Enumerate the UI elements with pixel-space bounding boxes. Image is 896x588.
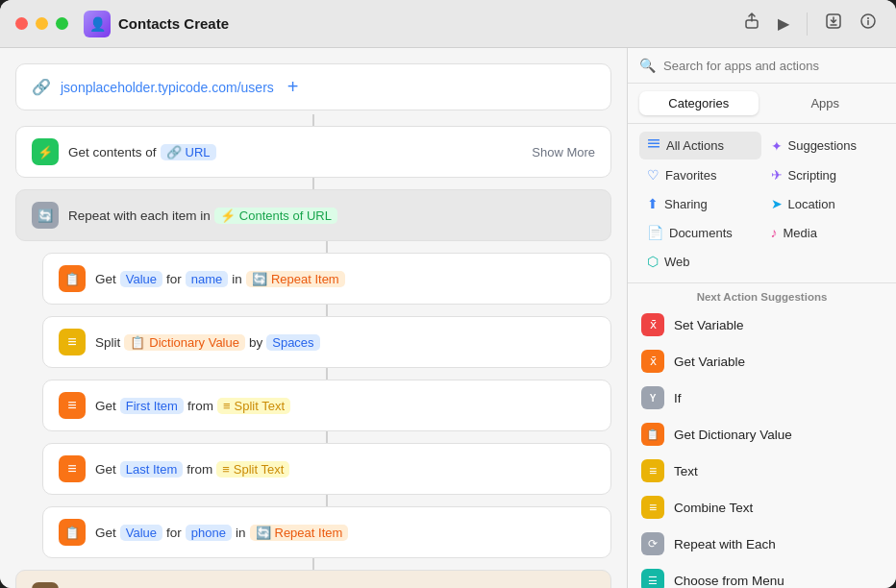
suggestion-text[interactable]: ≡ Text xyxy=(628,453,896,489)
token-dict-value: 📋 Dictionary Value xyxy=(124,334,245,351)
category-scripting[interactable]: ✈ Scripting xyxy=(763,161,885,188)
location-icon: ➤ xyxy=(771,196,783,211)
run-button[interactable]: ▶ xyxy=(774,11,793,37)
media-icon: ♪ xyxy=(771,225,778,240)
repeat-inner-steps: 📋 Get Value for name in 🔄 Repeat Item xyxy=(42,241,611,558)
step-get-value-name[interactable]: 📋 Get Value for name in 🔄 Repeat Item xyxy=(42,253,611,305)
suggestion-set-variable[interactable]: x̄ Set Variable xyxy=(628,306,896,343)
step-icon-repeat: 🔄 xyxy=(32,202,59,229)
step-add-contacts[interactable]: 👤 Add 📋 FirstName 📋 LastName to Contacts… xyxy=(15,570,611,588)
token-name: name xyxy=(186,271,229,287)
suggestions-section: Next Action Suggestions x̄ Set Variable … xyxy=(628,283,896,588)
window-title: Contacts Create xyxy=(118,15,739,32)
sharing-icon: ⬆ xyxy=(647,196,659,211)
combine-text-label: Combine Text xyxy=(674,501,753,515)
category-favorites[interactable]: ♡ Favorites xyxy=(639,161,761,188)
suggestion-if[interactable]: Y If xyxy=(628,380,896,416)
connector-4 xyxy=(326,305,328,316)
documents-icon: 📄 xyxy=(647,225,663,240)
step-get-value-phone[interactable]: 📋 Get Value for phone in 🔄 Repeat Item xyxy=(42,506,611,558)
category-sharing[interactable]: ⬆ Sharing xyxy=(639,190,761,217)
token-repeat-item-2: 🔄 Repeat Item xyxy=(250,525,349,541)
link-icon: 🔗 xyxy=(32,78,51,96)
category-suggestions[interactable]: ✦ Suggestions xyxy=(763,132,885,159)
web-icon: ⬡ xyxy=(647,254,659,269)
scripting-label: Scripting xyxy=(788,168,837,183)
step-content-get-last: Get Last Item from ≡ Split Text xyxy=(95,461,595,478)
traffic-lights xyxy=(15,17,68,30)
step-get-contents[interactable]: ⚡ Get contents of 🔗 URL Show More xyxy=(15,126,611,178)
repeat-each-label: Repeat with Each xyxy=(674,537,776,551)
get-dictionary-label: Get Dictionary Value xyxy=(674,428,792,442)
token-spaces: Spaces xyxy=(266,334,319,351)
search-input[interactable] xyxy=(663,59,884,73)
category-web[interactable]: ⬡ Web xyxy=(639,248,761,275)
minimize-button[interactable] xyxy=(36,17,48,30)
step-get-last[interactable]: ≡ Get Last Item from ≡ Split Text xyxy=(42,443,611,495)
step-icon-get-value-name: 📋 xyxy=(59,265,86,292)
token-phone: phone xyxy=(186,525,232,541)
if-label: If xyxy=(674,391,682,405)
categories-grid: All Actions ✦ Suggestions ♡ Favorites ✈ … xyxy=(628,124,896,283)
token-split-text-2: ≡ Split Text xyxy=(216,461,289,478)
show-more-get-contents[interactable]: Show More xyxy=(532,145,595,159)
connector-7 xyxy=(326,495,328,506)
step-content-split: Split 📋 Dictionary Value by Spaces xyxy=(95,334,595,351)
step-repeat[interactable]: 🔄 Repeat with each item in ⚡ Contents of… xyxy=(15,189,611,241)
repeat-icon-2: 🔄 xyxy=(256,526,271,540)
combine-text-icon: ≡ xyxy=(641,496,664,519)
favorites-icon: ♡ xyxy=(647,167,660,183)
category-all-actions[interactable]: All Actions xyxy=(639,132,761,159)
token-first-item: First Item xyxy=(120,398,184,414)
sharing-label: Sharing xyxy=(664,197,708,211)
share-icon xyxy=(743,12,760,30)
suggestion-choose-from-menu[interactable]: ☰ Choose from Menu xyxy=(628,562,896,588)
location-label: Location xyxy=(788,197,835,211)
title-right-actions: ▶ xyxy=(739,9,881,38)
web-label: Web xyxy=(664,255,690,269)
suggestions-icon: ✦ xyxy=(771,138,783,154)
category-media[interactable]: ♪ Media xyxy=(763,219,885,246)
all-actions-label: All Actions xyxy=(666,138,724,153)
connector-2 xyxy=(312,178,314,189)
text-label: Text xyxy=(674,464,698,478)
url-bar[interactable]: 🔗 jsonplaceholder.typicode.com/users + xyxy=(15,63,611,110)
download-button[interactable] xyxy=(821,9,846,38)
step-split[interactable]: ≡ Split 📋 Dictionary Value by Spaces xyxy=(42,316,611,368)
suggestion-get-dictionary-value[interactable]: 📋 Get Dictionary Value xyxy=(628,416,896,453)
step-content-get-first: Get First Item from ≡ Split Text xyxy=(95,398,595,414)
close-button[interactable] xyxy=(15,17,28,30)
info-button[interactable] xyxy=(856,9,881,38)
category-documents[interactable]: 📄 Documents xyxy=(639,219,761,246)
step-icon-get-value-phone: 📋 xyxy=(59,519,86,546)
category-location[interactable]: ➤ Location xyxy=(763,190,885,217)
svg-rect-5 xyxy=(648,143,660,145)
suggestion-repeat-with-each[interactable]: ⟳ Repeat with Each xyxy=(628,526,896,562)
title-bar: 👤 Contacts Create ▶ xyxy=(0,0,896,48)
connector-5 xyxy=(326,368,328,380)
info-icon xyxy=(859,12,877,30)
token-value-1: Value xyxy=(120,271,162,287)
step-get-first[interactable]: ≡ Get First Item from ≡ Split Text xyxy=(42,380,611,431)
repeat-token-icon: ⚡ xyxy=(220,208,236,223)
token-last-item: Last Item xyxy=(120,461,183,478)
tab-apps[interactable]: Apps xyxy=(766,91,885,115)
suggestions-label: Suggestions xyxy=(788,138,858,153)
svg-point-3 xyxy=(867,17,869,19)
suggestion-combine-text[interactable]: ≡ Combine Text xyxy=(628,489,896,526)
share-button[interactable] xyxy=(739,9,764,38)
set-variable-label: Set Variable xyxy=(674,318,744,332)
get-variable-label: Get Variable xyxy=(674,355,745,369)
connector-3 xyxy=(326,241,328,253)
step-content-get-value-name: Get Value for name in 🔄 Repeat Item xyxy=(95,271,595,287)
token-url: 🔗 URL xyxy=(161,144,216,160)
right-panel: 🔍 Categories Apps All Actio xyxy=(627,48,896,588)
url-add-button[interactable]: + xyxy=(287,76,299,98)
suggestions-header: Next Action Suggestions xyxy=(628,283,896,306)
suggestion-get-variable[interactable]: x̄ Get Variable xyxy=(628,343,896,380)
url-text: jsonplaceholder.typicode.com/users xyxy=(61,80,274,95)
main-window: 👤 Contacts Create ▶ xyxy=(0,0,896,588)
tab-categories[interactable]: Categories xyxy=(639,91,759,115)
svg-rect-4 xyxy=(648,139,660,141)
maximize-button[interactable] xyxy=(56,17,68,30)
